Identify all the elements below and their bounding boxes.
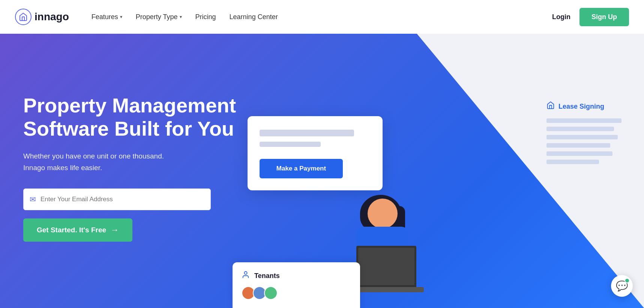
tenant-avatars [242, 286, 351, 300]
chevron-down-icon: ▾ [180, 14, 182, 19]
lease-line [546, 151, 612, 156]
lease-signing-panel: Lease Signing [546, 101, 621, 164]
email-wrapper: ✉ [23, 188, 211, 210]
nav-features[interactable]: Features ▾ [92, 13, 122, 21]
get-started-button[interactable]: Get Started. It's Free → [23, 218, 132, 242]
logo-icon [15, 9, 32, 25]
hero-left-panel: Property Management Software Built for Y… [23, 94, 237, 242]
signup-button[interactable]: Sign Up [579, 8, 629, 26]
arrow-icon: → [111, 225, 119, 235]
email-input[interactable] [41, 196, 204, 203]
tenants-card: Tenants [233, 262, 360, 308]
logo-link[interactable]: innago [15, 9, 69, 25]
svg-point-0 [244, 272, 247, 274]
lease-line [546, 135, 618, 139]
nav-links: Features ▾ Property Type ▾ Pricing Learn… [92, 13, 552, 21]
navigation: innago Features ▾ Property Type ▾ Pricin… [0, 0, 644, 34]
payment-line-1 [260, 130, 354, 136]
tenants-label: Tenants [254, 272, 280, 280]
nav-property-type[interactable]: Property Type ▾ [136, 13, 182, 21]
logo-text: innago [35, 11, 69, 23]
lease-line [546, 160, 599, 164]
hero-section: Property Management Software Built for Y… [0, 0, 644, 308]
woman-head [368, 199, 398, 229]
payment-line-2 [260, 142, 321, 147]
lease-signing-label: Lease Signing [558, 103, 604, 111]
lease-line [546, 118, 621, 123]
email-icon: ✉ [30, 195, 36, 204]
lease-document-lines [546, 118, 621, 164]
home-icon [546, 101, 555, 112]
login-link[interactable]: Login [552, 13, 570, 21]
lease-line [546, 127, 614, 131]
laptop-base [349, 287, 424, 292]
hero-headline: Property Management Software Built for Y… [23, 94, 237, 140]
hero-subtext: Whether you have one unit or one thousan… [23, 151, 237, 173]
chat-widget[interactable]: 💬 [611, 275, 633, 297]
laptop-screen [356, 246, 416, 287]
lease-line [546, 143, 610, 148]
nav-right: Login Sign Up [552, 8, 629, 26]
nav-learning-center[interactable]: Learning Center [230, 13, 278, 21]
user-icon [242, 271, 250, 281]
tenant-avatar [264, 286, 278, 300]
chevron-down-icon: ▾ [120, 14, 122, 19]
chat-notification-dot [624, 278, 630, 283]
nav-pricing[interactable]: Pricing [195, 13, 216, 21]
hero-content: Property Management Software Built for Y… [0, 34, 644, 308]
tenants-header: Tenants [242, 271, 351, 281]
lease-label: Lease Signing [546, 101, 621, 112]
